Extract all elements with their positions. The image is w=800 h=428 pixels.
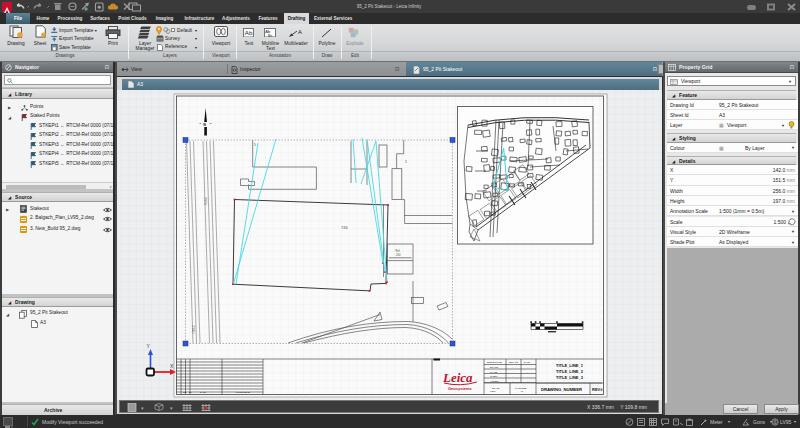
svg-text:Leica: Leica (442, 370, 473, 385)
svg-text:DATE: DATE (200, 391, 206, 393)
svg-text:1: 1 (405, 160, 407, 164)
svg-text:DX: DX (189, 391, 193, 393)
svg-text:A: A (298, 29, 302, 35)
svg-text:Geosystems: Geosystems (448, 386, 473, 391)
svg-text:SCALE: SCALE (492, 387, 500, 389)
svg-text:TITLE_LINE_1: TITLE_LINE_1 (556, 363, 584, 368)
svg-text:746: 746 (341, 225, 348, 230)
svg-text:Ab: Ab (245, 29, 253, 36)
svg-text:DRAWN: DRAWN (490, 366, 499, 368)
svg-text:DETAILS: DETAILS (509, 361, 518, 363)
svg-text:REV#: REV# (592, 387, 603, 392)
svg-text:5: 5 (254, 143, 256, 147)
svg-text:2'340: 2'340 (191, 325, 195, 334)
svg-text:DESCRIPTION: DESCRIPTION (487, 361, 502, 363)
svg-text:DATE: DATE (524, 361, 530, 363)
svg-text:APPROVED BY: APPROVED BY (235, 391, 251, 393)
svg-text:7974: 7974 (203, 197, 207, 205)
svg-text:TITLE_LINE_3: TITLE_LINE_3 (556, 375, 584, 380)
svg-text:CHECK: CHECK (490, 375, 498, 377)
svg-text:DRAWING_NUMBER: DRAWING_NUMBER (541, 387, 582, 392)
svg-text:PAGE SIZE: PAGE SIZE (515, 387, 527, 389)
svg-text:TITLE_LINE_2: TITLE_LINE_2 (556, 369, 584, 374)
svg-text:APPROV: APPROV (490, 380, 500, 382)
svg-text:200: 200 (396, 253, 401, 257)
svg-text:1:500: 1:500 (490, 390, 496, 392)
svg-text:▾: ▾ (141, 405, 144, 411)
svg-text:▾: ▾ (170, 405, 173, 411)
svg-text:PLANS: PLANS (490, 371, 498, 373)
svg-text:Bc: Bc (268, 32, 273, 37)
svg-text:N: N (203, 123, 206, 127)
svg-text:NO: NO (183, 391, 187, 393)
